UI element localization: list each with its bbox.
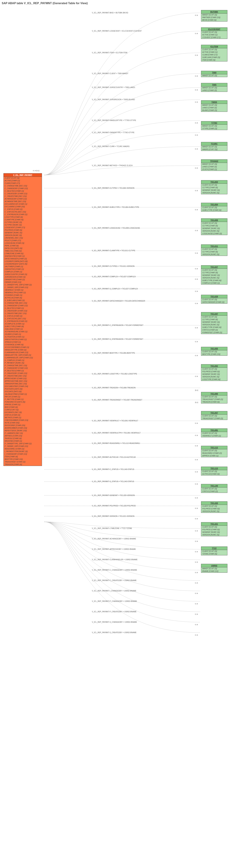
main-entity-field: CLAIMHANDLER [CHAR (12)]: [4, 351, 42, 354]
cardinality-right: 0..N: [195, 134, 198, 136]
entity-header: TICL067: [201, 411, 227, 414]
entity-field: CLIENT [CLNT (3)]: [201, 368, 227, 370]
entity-header: TICL004: [201, 203, 227, 206]
main-entity-field: CLAIM [CHAR (17)]: [4, 182, 42, 185]
entity-field: ACTIVE [CHAR (1)]: [201, 51, 227, 54]
main-entity-field: P_PAYTYPE [CHAR (1)]: [4, 398, 42, 401]
main-entity-field: CHECKNUMBER [CHAR (13)]: [4, 419, 42, 422]
entity-header: TICL003: [201, 180, 227, 184]
main-entity-field: JURISREGION [CHAR (3)]: [4, 276, 42, 278]
main-entity-field: ADDRNUMBER [CHAR (10)]: [4, 427, 42, 429]
related-entity-usr02: USR02MANDT [CLNT (3)]BNAME [CHAR (12)]: [201, 564, 228, 573]
entity-header: TICL011: [201, 245, 227, 248]
entity-field: MANDT [CLNT (3)]: [201, 125, 227, 127]
entity-header: TICL081: [201, 429, 227, 432]
relationship-label: V_ICL_REP_PAYMNT-LOSSTYPE = TICL062-LOSS…: [92, 373, 137, 375]
main-entity-field: REASONREJ [CHAR (2)]: [4, 447, 42, 450]
main-entity-field: P_OWNER_GRP [CHAR (12)]: [4, 445, 42, 447]
entity-header: TICL029: [201, 295, 227, 298]
main-entity-field: LOSSREPCOMPA [DATS (8)]: [4, 260, 42, 262]
cardinality-right: 0..N: [195, 624, 198, 625]
entity-header: T000: [201, 71, 227, 74]
main-entity-field: XCOMPLETE [CHAR (1)]: [4, 322, 42, 325]
entity-field: CCEVENT [CHAR (17)]: [201, 36, 227, 39]
related-entity-ticl112: TICL112CLIENT [CLNT (3)]REASONREJ [CHAR …: [201, 446, 228, 457]
main-entity-field: LRENEWAL [DEC (15)]: [4, 237, 42, 239]
entity-field: VERSION [NUMC (5)]: [201, 277, 227, 279]
entity-field: PARTNER [CHAR (10)]: [201, 16, 227, 19]
entity-field: CLTYPE [CHAR (4)]: [201, 271, 227, 274]
cardinality-right: 0..N: [195, 278, 198, 280]
main-entity-field: COVERED [CHAR (1)]: [4, 294, 42, 297]
main-entity-field: P_PAYMENT [NUMC (5)]: [4, 362, 42, 364]
main-entity-field: METHOD [CHAR (1)]: [4, 416, 42, 419]
main-entity-field: S_STATUSCHG [DEC (15)]: [4, 317, 42, 320]
main-entity-field: P_CREATETIME [DEC (15)]: [4, 375, 42, 377]
related-entity-ticl113: TICL113CLIENT [CLNT (3)]AUTHCLM [CHAR (4…: [201, 467, 228, 475]
entity-field: STATUS [CHAR (2)]: [201, 329, 227, 331]
main-entity-field: C_CREATEDBY [CHAR (12)]: [4, 192, 42, 195]
main-entity-field: DATECHANGER [CHAR (2)]: [4, 257, 42, 260]
relationship-label: V_ICL_REP_PAYMNT-REASONREJ = TICL112-REA…: [92, 442, 140, 444]
main-entity-field: LTIMEZONE [CHAR (6)]: [4, 252, 42, 255]
main-entity-field: GENERAT [NUMC (5)]: [4, 231, 42, 234]
entity-header: TICL062: [201, 364, 227, 368]
entity-field: MANDT [CLNT (3)]: [201, 163, 227, 165]
entity-field: CLIENT [CLNT (3)]: [201, 470, 227, 473]
related-entity-ticl140: TICL140CLIENT [CLNT (3)]STATUS [CHAR (2)…: [201, 484, 228, 493]
relationship-label: V_ICL_REP_PAYMNT-LOSSEVENT = ICLCCEVENT-…: [92, 30, 142, 32]
main-entity-field: PAYCAT [CHAR (1)]: [4, 396, 42, 398]
relationship-label: V_ICL_REP_PAYMNT-C_CHANGEDBY = USR02-BNA…: [92, 569, 137, 571]
cardinality-right: 0..N: [195, 252, 198, 254]
related-entity-ticl320: TICL320CLIENT [CLNT (3)]POLPROD [CHAR (6…: [201, 501, 228, 513]
entity-field: MANDT [CLNT (3)]: [201, 104, 227, 106]
entity-field: CLTYPE [CHAR (4)]: [201, 224, 227, 227]
main-entity-field: DOCDATE [DATS (8)]: [4, 390, 42, 393]
entity-field: TREASON [CHAR (4)]: [201, 401, 227, 403]
entity-header: TICL009: [201, 219, 227, 222]
relationship-label: V_ICL_REP_PAYMNT-CURR = TCURC-WAERS: [92, 146, 130, 147]
entity-field: VERSION [NUMC (5)]: [201, 375, 227, 378]
entity-field: SUBCLAIM [CHAR (3)]: [201, 56, 227, 59]
main-entity-field: HANDLERTYPE [CHAR (2)]: [4, 349, 42, 351]
entity-field: TZONE [CHAR (6)]: [201, 553, 227, 555]
related-entity-tfk042z: TFK042ZMANDT [CLNT (3)]LAND1 [CHAR (3)]Z…: [201, 159, 228, 171]
main-entity-field: POSTDATE [DATS (8)]: [4, 388, 42, 390]
entity-field: CLIENT [CLNT (3)]: [201, 488, 227, 490]
related-entity-ticl004: TICL004CLIENT [CLNT (3)]SUBCLTYPE [CHAR …: [201, 203, 228, 212]
main-entity-field: P_DELETED [CHAR (1)]: [4, 369, 42, 372]
cardinality-right: 0..N: [195, 230, 198, 231]
relationship-label: V_ICL_REP_PAYMNT-CLTYPEV = TICL003-VERSI…: [92, 187, 134, 189]
main-entity-field: XDATEESTIM [CHAR (1)]: [4, 255, 42, 257]
cardinality-right: 0..N: [195, 101, 198, 103]
relationship-label: V_ICL_REP_PAYMNT-I_CHANGEDBY = USR02-BNA…: [92, 590, 136, 592]
cardinality-right: 0..N: [195, 634, 198, 636]
entity-header: TICL321: [201, 522, 227, 526]
main-entity-field: XSALVAGE [CHAR (1)]: [4, 328, 42, 330]
main-entity-field: APPROVEDBY [CHAR (12)]: [4, 377, 42, 380]
entity-field: POLPROD [CHAR (6)]: [201, 528, 227, 531]
main-entity-field: EXCLAIMNO [CHAR (20)]: [4, 205, 42, 208]
relationship-label: V_ICL_REP_PAYMNT-HANDLERTYPE = T778O-OTY…: [92, 119, 136, 121]
entity-field: MANDT [CLNT (3)]: [201, 74, 227, 77]
main-entity-field: PERIL [CHAR (4)]: [4, 244, 42, 247]
cardinality-right: 0..N: [195, 435, 198, 436]
main-entity-field: S_STATUS [CHAR (2)]: [4, 315, 42, 317]
entity-header: TICL055: [201, 347, 227, 350]
related-entity-ticl066: TICL066CLIENT [CLNT (3)]TREASONSET [CHAR…: [201, 392, 228, 403]
main-entity-box: V_ICL_REP_PAYMNT CLIENT [CLNT (3)]ACTIVE…: [3, 173, 42, 466]
relationship-label: V_ICL_REP_PAYMNT-S_STATREASON = TICL047-…: [92, 338, 143, 340]
entity-field: CLAIM [CHAR (17)]: [201, 54, 227, 56]
entity-field: SUBCLTYPE [CHAR (4)]: [201, 279, 227, 282]
entity-field: CLIENT [CLNT (3)]: [201, 48, 227, 51]
relationship-label: V_ICL_REP_PAYMNT-TREASON = TICL066-TREAS…: [92, 387, 136, 389]
main-entity-field: TIMELOSS [TIMS (6)]: [4, 250, 42, 252]
related-entity-ticl009: TICL009CLIENT [CLNT (3)]CLTYPE [CHAR (4)…: [201, 218, 228, 235]
main-entity-field: C_STATUS [CHAR (2)]: [4, 208, 42, 211]
cardinality-right: 0..N: [195, 561, 198, 563]
cardinality-right: 0..N: [195, 209, 198, 211]
relationship-label: V_ICL_REP_PAYMNT-C_STATUS = TICL140-STAT…: [92, 468, 134, 470]
cardinality-right: 0..N: [195, 483, 198, 485]
related-entity-ticl062: TICL062CLIENT [CLNT (3)]POLPROD [CHAR (6…: [201, 364, 228, 381]
relationship-label: V_ICL_REP_PAYMNT-S_CHANGEDBY = USR02-BNA…: [92, 621, 137, 623]
